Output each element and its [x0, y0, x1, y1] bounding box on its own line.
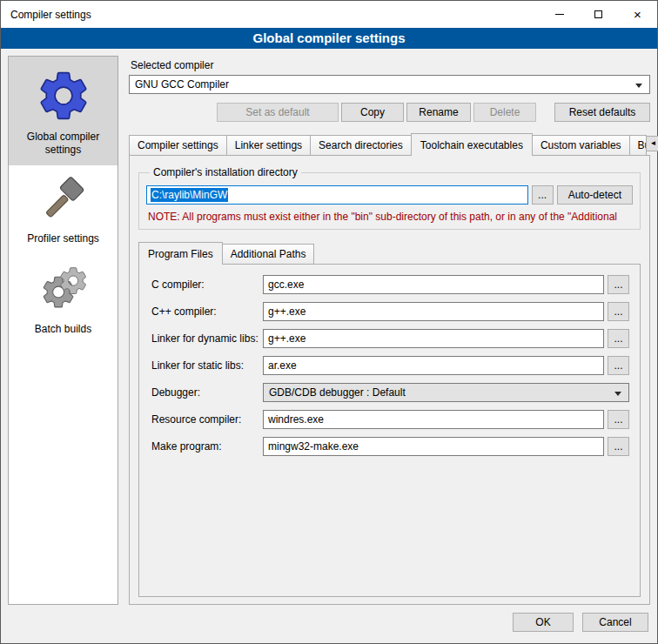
rename-button[interactable]: Rename	[406, 103, 471, 122]
global-compiler-gear-icon	[35, 67, 92, 124]
installation-directory-value: C:\raylib\MinGW	[151, 188, 228, 202]
ok-button[interactable]: OK	[513, 613, 574, 632]
tab-toolchain-executables[interactable]: Toolchain executables	[411, 133, 533, 156]
tab-program-files[interactable]: Program Files	[138, 242, 223, 265]
tab-custom-variables[interactable]: Custom variables	[532, 135, 630, 155]
compiler-actions: Set as default Copy Rename Delete Reset …	[129, 103, 650, 122]
maximize-icon	[594, 10, 602, 18]
batch-builds-gears-icon	[37, 265, 90, 317]
close-button[interactable]: ×	[618, 1, 657, 28]
tab-build-options[interactable]: Builc	[629, 135, 647, 155]
cpp-compiler-browse-button[interactable]: ...	[608, 302, 629, 321]
tab-search-directories[interactable]: Search directories	[310, 135, 412, 155]
compiler-settings-dialog: Compiler settings × Global compiler sett…	[0, 0, 658, 644]
sidebar-item-batch-builds[interactable]: Batch builds	[9, 254, 118, 345]
resource-compiler-label: Resource compiler:	[151, 413, 263, 426]
program-files-panel: C compiler: ... C++ compiler: ... Linker…	[138, 265, 641, 597]
make-program-label: Make program:	[151, 440, 263, 453]
installation-directory-input[interactable]: C:\raylib\MinGW	[146, 185, 528, 205]
make-program-row: Make program: ...	[151, 437, 629, 456]
static-linker-label: Linker for static libs:	[151, 359, 263, 372]
static-linker-browse-button[interactable]: ...	[608, 356, 629, 375]
resource-compiler-row: Resource compiler: ...	[151, 410, 629, 429]
cpp-compiler-input[interactable]	[263, 302, 604, 321]
debugger-row: Debugger: GDB/CDB debugger : Default	[151, 383, 629, 402]
main-panel: Selected compiler GNU GCC Compiler Set a…	[127, 56, 650, 605]
static-linker-input[interactable]	[263, 356, 604, 375]
resource-compiler-browse-button[interactable]: ...	[608, 410, 629, 429]
reset-defaults-button[interactable]: Reset defaults	[554, 103, 650, 122]
dynamic-linker-row: Linker for dynamic libs: ...	[151, 329, 629, 348]
cpp-compiler-row: C++ compiler: ...	[151, 302, 629, 321]
set-as-default-button[interactable]: Set as default	[217, 103, 339, 122]
dynamic-linker-label: Linker for dynamic libs:	[151, 332, 263, 345]
minimize-icon	[555, 14, 564, 15]
compiler-select-value: GNU GCC Compiler	[135, 78, 229, 91]
sidebar-item-label: Profiler settings	[27, 232, 99, 245]
sidebar-item-global-compiler-settings[interactable]: Global compiler settings	[9, 57, 118, 165]
debugger-select[interactable]: GDB/CDB debugger : Default	[263, 383, 629, 402]
debugger-label: Debugger:	[151, 386, 263, 399]
resource-compiler-input[interactable]	[263, 410, 604, 429]
make-program-input[interactable]	[263, 437, 604, 456]
delete-button[interactable]: Delete	[473, 103, 536, 122]
compiler-select[interactable]: GNU GCC Compiler	[129, 75, 650, 94]
settings-tabstrip: Compiler settings Linker settings Search…	[129, 133, 650, 156]
toolchain-executables-panel: Compiler's installation directory C:\ray…	[129, 156, 650, 605]
sidebar-item-label: Global compiler settings	[12, 131, 114, 157]
make-program-browse-button[interactable]: ...	[608, 437, 629, 456]
installation-directory-group: Compiler's installation directory C:\ray…	[138, 166, 641, 230]
chevron-down-icon	[614, 392, 621, 396]
auto-detect-button[interactable]: Auto-detect	[557, 185, 633, 205]
dialog-header: Global compiler settings	[1, 28, 657, 49]
c-compiler-row: C compiler: ...	[151, 275, 629, 294]
c-compiler-input[interactable]	[263, 275, 604, 294]
selected-compiler-label: Selected compiler	[131, 59, 650, 71]
settings-sidebar: Global compiler settings Profiler settin…	[8, 56, 118, 605]
cancel-button[interactable]: Cancel	[582, 613, 648, 632]
tab-compiler-settings[interactable]: Compiler settings	[129, 135, 227, 155]
chevron-down-icon	[635, 84, 642, 88]
sidebar-item-label: Batch builds	[35, 323, 91, 336]
titlebar[interactable]: Compiler settings ×	[1, 1, 657, 28]
tab-linker-settings[interactable]: Linker settings	[226, 135, 311, 155]
tab-additional-paths[interactable]: Additional Paths	[222, 244, 315, 264]
installation-directory-browse-button[interactable]: ...	[532, 185, 554, 205]
window-title: Compiler settings	[1, 9, 91, 21]
cpp-compiler-label: C++ compiler:	[151, 305, 263, 318]
sidebar-item-profiler-settings[interactable]: Profiler settings	[9, 165, 118, 254]
copy-button[interactable]: Copy	[341, 103, 404, 122]
dialog-footer: OK Cancel	[1, 608, 657, 643]
dynamic-linker-input[interactable]	[263, 329, 604, 348]
debugger-select-value: GDB/CDB debugger : Default	[269, 386, 406, 399]
c-compiler-browse-button[interactable]: ...	[608, 275, 629, 294]
profiler-tool-icon	[38, 176, 89, 226]
minimize-button[interactable]	[540, 1, 579, 28]
tab-scroll-left-button[interactable]: ◄	[646, 136, 658, 151]
close-icon: ×	[634, 8, 641, 21]
maximize-button[interactable]	[579, 1, 618, 28]
left-arrow-icon: ◄	[650, 139, 657, 147]
note-text: NOTE: All programs must exist either in …	[148, 211, 631, 223]
static-linker-row: Linker for static libs: ...	[151, 356, 629, 375]
installation-directory-group-title: Compiler's installation directory	[150, 166, 301, 178]
dynamic-linker-browse-button[interactable]: ...	[608, 329, 629, 348]
program-files-tabstrip: Program Files Additional Paths	[138, 242, 641, 265]
c-compiler-label: C compiler:	[151, 278, 263, 291]
